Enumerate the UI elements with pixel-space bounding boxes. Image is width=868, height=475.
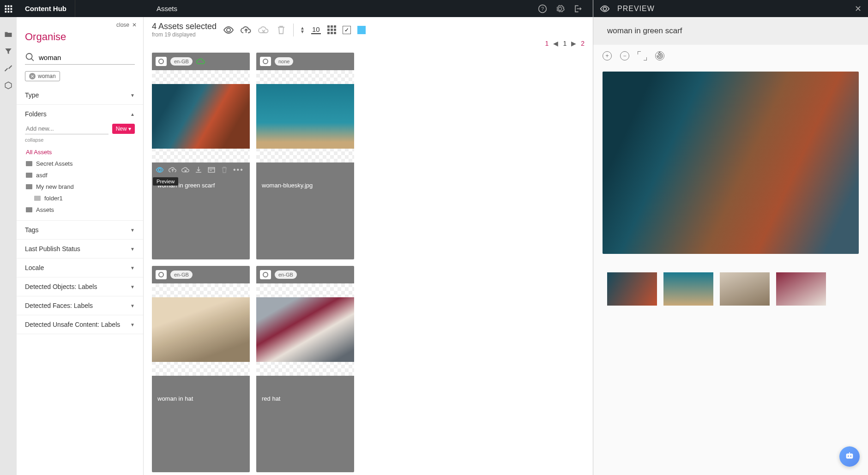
folder-item[interactable]: My new brand [25,181,135,192]
close-icon: ✕ [132,22,137,28]
cloud-delete-icon[interactable] [258,24,269,36]
card-title: woman-bluesky.jpg [256,177,354,195]
camera-icon [260,57,271,66]
close-preview-icon[interactable]: ✕ [855,4,862,14]
main-header: Assets ? [144,0,593,17]
rail-apps-icon[interactable] [0,0,17,17]
card-upload-icon[interactable] [169,166,177,174]
card-actions: ••• Preview [152,162,250,177]
page-prev-icon[interactable]: ◀ [553,40,558,47]
locale-badge: en-GB [170,57,193,66]
folder-item[interactable]: Assets [25,204,135,216]
facet-detected-objects[interactable]: Detected Objects: Labels▼ [17,277,143,296]
svg-rect-1 [8,5,10,7]
card-cloud-x-icon[interactable] [181,166,190,174]
svg-rect-12 [846,454,853,459]
page-current: 1 [563,40,567,47]
thumb[interactable] [663,272,713,306]
card-properties-icon[interactable] [207,166,216,174]
card-preview-icon[interactable] [156,166,164,174]
close-sidebar[interactable]: close ✕ [17,17,143,28]
logout-icon[interactable] [573,4,582,13]
facet-last-publish[interactable]: Last Publish Status▼ [17,240,143,258]
card-download-icon[interactable] [194,166,203,174]
reset-icon[interactable] [655,51,664,60]
svg-rect-2 [11,5,12,7]
facet-detected-unsafe[interactable]: Detected Unsafe Content: Labels▼ [17,315,143,334]
add-folder-input[interactable] [25,123,108,134]
folder-item[interactable]: Secret Assets [25,158,135,169]
displayed-count: from 19 displayed [152,31,217,38]
card-more-icon[interactable]: ••• [233,166,244,174]
search-input[interactable] [39,54,135,61]
locale-badge: en-GB [275,271,297,279]
collapse-link[interactable]: collapse [25,137,135,143]
folder-item[interactable]: asdf [25,169,135,181]
help-icon[interactable]: ? [538,4,547,13]
camera-icon [156,57,167,66]
search-chip[interactable]: ✕woman [25,71,60,81]
page-size[interactable]: 10 [311,25,321,34]
svg-rect-0 [5,5,7,7]
asset-card[interactable]: en-GB red hat [256,266,354,473]
rail-tools-icon[interactable] [0,60,17,77]
thumb[interactable] [720,272,770,306]
rail-package-icon[interactable] [0,77,17,94]
folder-icon [34,196,41,201]
facet-type[interactable]: Type▼ [17,86,143,104]
facet-detected-faces[interactable]: Detected Faces: Labels▼ [17,296,143,315]
card-trash-icon[interactable] [220,166,229,174]
chip-remove-icon[interactable]: ✕ [29,73,36,79]
nav-rail [0,0,17,475]
preview-icon[interactable] [223,24,234,36]
trash-icon[interactable] [276,24,287,36]
folder-all-assets[interactable]: All Assets [25,146,135,158]
sort-toggle[interactable]: ▲▼ [300,26,305,34]
briefcase-icon [26,161,32,166]
svg-rect-3 [5,8,7,10]
svg-rect-7 [8,11,10,12]
rail-folder-icon[interactable] [0,25,17,42]
zoom-out-icon[interactable]: − [620,51,629,60]
camera-icon [260,270,271,279]
select-mode-icon[interactable]: ✓ [343,26,351,34]
page-1[interactable]: 1 [545,40,549,47]
asset-card[interactable]: en-GB ••• Preview woman in green scarf [152,53,250,259]
asset-card[interactable]: none woman-bluesky.jpg [256,53,354,259]
briefcase-icon [26,184,32,189]
thumb[interactable] [607,272,657,306]
briefcase-icon [26,173,32,178]
asset-toolbar: 4 Assets selected from 19 displayed ▲▼ 1… [144,17,593,40]
gear-icon[interactable] [555,4,565,13]
cloud-synced-icon [196,58,205,65]
facet-tags[interactable]: Tags▼ [17,221,143,239]
thumb[interactable] [776,272,826,306]
new-folder-button[interactable]: New ▾ [112,124,135,134]
brand-header: Content Hub [17,0,144,17]
search-row [25,50,135,65]
card-title: red hat [256,391,354,409]
page-title: Assets [150,5,349,12]
select-all-icon[interactable] [357,26,366,34]
zoom-in-icon[interactable]: + [603,51,612,60]
locale-badge: en-GB [170,271,193,279]
selection-count: 4 Assets selected [152,22,217,31]
rail-filter-icon[interactable] [0,42,17,60]
svg-point-14 [850,456,851,457]
asset-card[interactable]: en-GB woman in hat [152,266,250,473]
svg-rect-8 [11,11,12,12]
folder-sub-item[interactable]: folder1 [25,192,135,204]
svg-rect-5 [11,8,12,10]
svg-rect-15 [849,452,850,454]
facet-folders[interactable]: Folders▲ [17,105,143,123]
grid-view-icon[interactable] [327,25,336,34]
chat-fab[interactable] [839,446,860,467]
facet-locale[interactable]: Locale▼ [17,259,143,277]
upload-icon[interactable] [241,24,252,36]
fullscreen-icon[interactable] [638,51,647,60]
page-next-icon[interactable]: ▶ [571,40,576,47]
preview-heading: PREVIEW [617,5,655,13]
preview-asset-title: woman in green scarf [593,17,868,45]
page-2[interactable]: 2 [581,40,585,47]
camera-icon [156,270,167,279]
